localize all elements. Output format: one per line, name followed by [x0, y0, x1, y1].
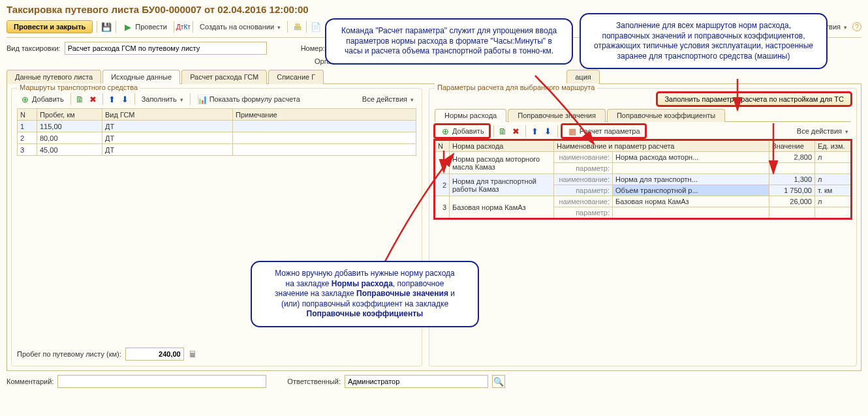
fill-dropdown[interactable]: Заполнить: [139, 94, 186, 104]
callout-manual-add: Можно вручную добавить нужные норму расх…: [251, 261, 479, 327]
print-icon[interactable]: 🖶: [292, 22, 302, 32]
table-row[interactable]: 345,00ДТ: [18, 144, 416, 156]
move-up-icon[interactable]: ⬆: [530, 126, 540, 136]
copy-icon[interactable]: 🗎: [75, 94, 85, 104]
report-icon[interactable]: 📄: [311, 22, 321, 32]
grid-icon: ▦: [567, 126, 578, 136]
number-label: Номер:: [301, 44, 325, 52]
routes-table[interactable]: N Пробег, км Вид ГСМ Примечание 1115,00Д…: [17, 108, 416, 156]
norms-all-actions[interactable]: Все действия: [794, 126, 851, 136]
copy-icon[interactable]: 🗎: [498, 126, 508, 136]
run-and-close-button[interactable]: Провести и закрыть: [7, 20, 93, 33]
main-tabs: Данные путевого листа Исходные данные Ра…: [7, 69, 861, 84]
mileage-label: Пробег по путевому листу (км):: [17, 350, 121, 358]
run-icon: ▶: [123, 22, 133, 32]
params-legend: Параметры расчета для выбранного маршрут…: [435, 83, 597, 91]
help-icon[interactable]: ?: [852, 22, 861, 31]
subtab-norms[interactable]: Нормы расхода: [435, 109, 506, 122]
table-row[interactable]: 3 Базовая норма КамАз наименование: Базо…: [435, 196, 851, 207]
delete-icon[interactable]: ✖: [511, 126, 521, 136]
tab-source[interactable]: Исходные данные: [102, 70, 180, 84]
show-formula-button[interactable]: 📊 Показать формулу расчета: [194, 93, 303, 106]
formula-icon: 📊: [197, 94, 208, 104]
add-icon: ⊕: [440, 126, 450, 136]
routes-legend: Маршруты транспортного средства: [17, 83, 140, 91]
tab-calc[interactable]: Расчет расхода ГСМ: [181, 70, 267, 84]
routes-all-actions[interactable]: Все действия: [360, 94, 416, 104]
tax-type-label: Вид таксировки:: [7, 44, 61, 52]
fill-params-button[interactable]: Заполнить параметры расчета по настройка…: [657, 93, 851, 106]
delete-icon[interactable]: ✖: [88, 94, 99, 104]
calc-icon[interactable]: 🖩: [188, 349, 198, 359]
responsible-input[interactable]: [345, 375, 488, 388]
tab-ation[interactable]: ация: [566, 70, 600, 84]
responsible-label: Ответственный:: [287, 378, 341, 385]
callout-fill-params: Заполнение для всех маршрутов норм расхо…: [580, 13, 828, 69]
table-row[interactable]: 2 Норма для транспортной работы Камаз на…: [435, 174, 851, 185]
save-icon[interactable]: 💾: [101, 22, 112, 32]
calc-param-button[interactable]: ▦ Расчет параметра: [562, 125, 645, 138]
move-down-icon[interactable]: ⬇: [120, 94, 131, 104]
tax-type-input[interactable]: [65, 42, 267, 55]
tab-data[interactable]: Данные путевого листа: [7, 70, 101, 84]
search-icon[interactable]: 🔍: [492, 375, 505, 388]
run-button[interactable]: ▶ Провести: [120, 20, 170, 33]
comment-input[interactable]: [57, 375, 266, 388]
move-up-icon[interactable]: ⬆: [107, 94, 117, 104]
comment-label: Комментарий:: [7, 378, 54, 385]
table-row[interactable]: 1115,00ДТ: [18, 121, 416, 132]
create-based-dropdown[interactable]: Создать на основании: [197, 22, 283, 32]
mileage-input[interactable]: [125, 348, 184, 361]
routes-add-button[interactable]: ⊕ Добавить: [17, 93, 67, 106]
subtab-corrvals[interactable]: Поправочные значения: [508, 109, 606, 122]
callout-calc-param: Команда "Расчет параметра" служит для уп…: [325, 18, 573, 65]
move-down-icon[interactable]: ⬇: [543, 126, 553, 136]
norms-add-button[interactable]: ⊕ Добавить: [435, 125, 489, 138]
dtkt-icon[interactable]: ДтКт: [178, 22, 189, 32]
norms-table[interactable]: N Норма расхода Наименование и параметр …: [435, 140, 851, 218]
table-row[interactable]: 280,00ДТ: [18, 132, 416, 144]
subtab-corrfactors[interactable]: Поправочные коэффициенты: [607, 109, 725, 122]
table-row[interactable]: 1 Норма расхода моторного масла Камаз на…: [435, 152, 851, 163]
tab-writeoff[interactable]: Списание Г: [268, 70, 324, 84]
add-icon: ⊕: [20, 94, 30, 104]
